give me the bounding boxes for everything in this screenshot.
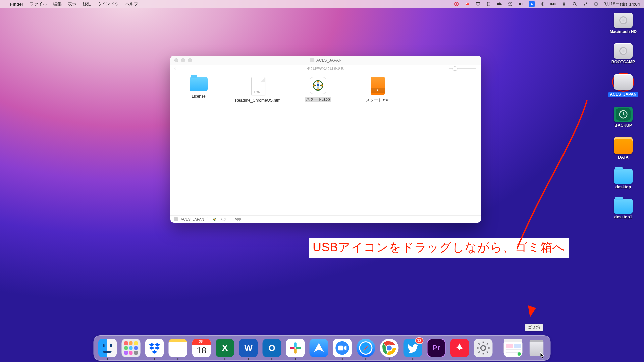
svg-point-12 xyxy=(586,3,587,4)
exe-file-icon: EXE xyxy=(371,77,385,95)
desktop-item-bootcamp[interactable]: BOOTCAMP xyxy=(607,43,639,64)
file-item-license[interactable]: License xyxy=(178,77,219,99)
menuextra-clipboard-icon[interactable] xyxy=(486,1,492,7)
dock-app-plane[interactable] xyxy=(310,339,328,357)
menu-file[interactable]: ファイル xyxy=(30,1,47,7)
menuextra-volume-icon[interactable] xyxy=(518,1,524,7)
folder-icon xyxy=(614,199,633,214)
finder-window[interactable]: ACLS_JAPAN × 4項目中の1項目を選択 License HTML Re… xyxy=(170,56,481,223)
menuextra-app1-icon[interactable] xyxy=(453,1,460,7)
menu-date: 3月18日(金) xyxy=(604,1,627,7)
folder-icon xyxy=(614,169,633,184)
menu-clock[interactable]: 3月18日(金) 14:04 xyxy=(604,1,640,7)
pathbar-leaf[interactable]: スタート.app xyxy=(219,217,241,222)
dock-minimized-window[interactable] xyxy=(504,339,523,357)
pathbar-volume-icon xyxy=(174,217,178,221)
dock-trash[interactable] xyxy=(527,339,546,357)
trash-icon xyxy=(530,340,544,356)
pathbar-app-icon xyxy=(213,217,217,221)
menuextra-input-source[interactable]: A xyxy=(529,1,535,7)
chevron-right-icon: 〉 xyxy=(207,217,210,221)
svg-point-3 xyxy=(466,3,467,4)
menu-time: 14:04 xyxy=(629,2,640,7)
menuextra-bluetooth-icon[interactable] xyxy=(539,1,545,7)
file-item-start-exe[interactable]: EXE スタート.exe xyxy=(358,77,398,103)
window-title: ACLS_JAPAN xyxy=(316,58,342,63)
file-item-start-app[interactable]: スタート.app xyxy=(298,77,338,102)
desktop-item-data[interactable]: DATA xyxy=(607,137,639,160)
menuextra-cloud-icon[interactable] xyxy=(496,1,502,7)
dock-app-finder[interactable] xyxy=(98,339,117,357)
hard-drive-icon xyxy=(614,43,633,59)
svg-point-10 xyxy=(564,5,564,6)
svg-point-17 xyxy=(317,84,319,87)
pathbar-root[interactable]: ACLS_JAPAN xyxy=(181,217,204,221)
window-titlebar[interactable]: ACLS_JAPAN xyxy=(170,56,481,65)
dock-app-launchpad[interactable] xyxy=(122,339,141,357)
svg-rect-2 xyxy=(466,3,469,5)
desktop-icons: Macintosh HD BOOTCAMP ACLS_JAPAN BACKUP … xyxy=(607,13,639,219)
icon-size-slider[interactable] xyxy=(449,68,476,69)
file-item-readme[interactable]: HTML Readme_ChromeOS.html xyxy=(238,77,278,103)
dock-app-acrobat[interactable] xyxy=(450,339,469,357)
menuextra-display-icon[interactable] xyxy=(475,1,481,7)
menuextra-controlcenter-icon[interactable] xyxy=(582,1,588,7)
svg-rect-25 xyxy=(338,346,344,351)
annotation-text: USBアイコンをドラッグしながら、ゴミ箱へ xyxy=(309,238,569,258)
svg-point-11 xyxy=(573,2,576,5)
menuextra-timemachine-icon[interactable] xyxy=(507,1,513,7)
dock-app-word[interactable]: W xyxy=(239,339,258,357)
desktop-item-acls-japan[interactable]: ACLS_JAPAN xyxy=(607,74,639,97)
svg-point-1 xyxy=(456,3,457,5)
dock-app-safari[interactable] xyxy=(357,339,375,357)
menu-edit[interactable]: 編集 xyxy=(53,1,62,7)
svg-rect-21 xyxy=(296,347,301,349)
svg-rect-32 xyxy=(514,344,521,348)
finder-path-bar[interactable]: ACLS_JAPAN 〉 スタート.app xyxy=(170,215,481,223)
menu-go[interactable]: 移動 xyxy=(83,1,91,7)
menuextra-siri-icon[interactable] xyxy=(593,1,599,7)
html-file-icon: HTML xyxy=(251,77,265,95)
toolbar-close-group-icon[interactable]: × xyxy=(170,66,180,71)
desktop-item-desktop[interactable]: desktop xyxy=(607,169,639,189)
desktop-item-macintosh-hd[interactable]: Macintosh HD xyxy=(607,13,639,34)
dock-app-outlook[interactable]: O xyxy=(263,339,281,357)
dock-tooltip: ゴミ箱 xyxy=(525,324,543,331)
dock-app-dropbox[interactable] xyxy=(145,339,164,357)
dock-app-zoom[interactable] xyxy=(333,339,352,357)
dock-app-excel[interactable]: X xyxy=(216,339,234,357)
dock-app-calendar[interactable]: 3月 18 xyxy=(192,339,211,357)
menuextra-app2-icon[interactable] xyxy=(464,1,470,7)
dock-app-notes[interactable] xyxy=(169,339,187,357)
menuextra-spotlight-icon[interactable] xyxy=(572,1,578,7)
annotation-arrow xyxy=(517,99,590,320)
traffic-close-icon[interactable] xyxy=(174,58,178,62)
menu-window[interactable]: ウインドウ xyxy=(97,1,119,7)
dock-app-system-preferences[interactable] xyxy=(474,339,493,357)
menuextra-battery-icon[interactable] xyxy=(550,1,556,7)
menuextra-wifi-icon[interactable] xyxy=(561,1,567,7)
dock-app-twitter[interactable]: 12 xyxy=(404,339,422,357)
external-drive-icon xyxy=(614,137,633,154)
timemachine-drive-icon xyxy=(614,107,633,122)
finder-content[interactable]: License HTML Readme_ChromeOS.html スタ xyxy=(170,72,481,215)
window-toolbar: × 4項目中の1項目を選択 xyxy=(170,65,481,72)
traffic-zoom-icon[interactable] xyxy=(188,58,192,62)
traffic-minimize-icon[interactable] xyxy=(181,58,185,62)
menu-view[interactable]: 表示 xyxy=(68,1,76,7)
svg-rect-22 xyxy=(294,349,297,354)
svg-rect-23 xyxy=(290,347,295,349)
minimized-app-badge-icon xyxy=(517,352,521,356)
desktop-item-desktop1[interactable]: desktop1 xyxy=(607,199,639,219)
svg-point-19 xyxy=(214,219,215,220)
dock-app-chrome[interactable] xyxy=(380,339,399,357)
app-menu[interactable]: Finder xyxy=(10,2,23,7)
dock-app-slack[interactable] xyxy=(286,339,305,357)
titlebar-volume-icon xyxy=(310,58,314,62)
menu-help[interactable]: ヘルプ xyxy=(125,1,138,7)
dock-badge: 12 xyxy=(415,337,423,344)
dock-app-premiere[interactable]: Pr xyxy=(427,339,446,357)
desktop-item-backup[interactable]: BACKUP xyxy=(607,107,639,128)
svg-rect-5 xyxy=(476,2,480,5)
dock-separator xyxy=(498,339,498,357)
